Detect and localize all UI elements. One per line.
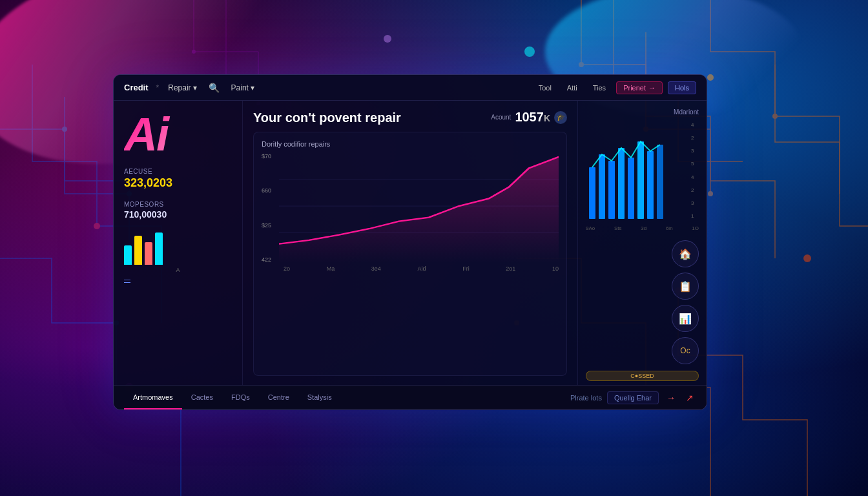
mini-bar-3 — [145, 242, 152, 265]
main-content: Ai Aecuse 323,0203 mopesors 710,00030 — [114, 101, 707, 385]
bottom-tab-bar: Artmomaves Cactes FDQs Centre Stalysis P… — [114, 385, 707, 409]
chart-title: Doritly codifior repairs — [262, 140, 559, 148]
navbar: Credit * Repair ▾ 🔍 Paint ▾ Tool Atti Ti… — [114, 75, 707, 101]
svg-rect-26 — [637, 141, 644, 219]
bar-chart-container: 4 2 3 5 4 2 3 1 — [586, 122, 699, 219]
home-action-button[interactable]: 🏠 — [672, 240, 699, 267]
y-axis: $70 660 $25 422 — [262, 153, 279, 263]
chart-action-button[interactable]: 📊 — [672, 305, 699, 332]
page-title: Your con't povent repair — [253, 110, 401, 125]
right-chart-label: Mdariont — [586, 108, 699, 116]
tab-artmomaves[interactable]: Artmomaves — [124, 386, 182, 409]
nav-prienet-button[interactable]: Prienet → — [616, 81, 663, 94]
right-y-axis: 4 2 3 5 4 2 3 1 — [691, 122, 699, 219]
stat1-label: Aecuse — [124, 168, 232, 175]
arrow1-icon[interactable]: → — [664, 393, 678, 403]
svg-rect-23 — [608, 161, 615, 219]
mini-bar-1 — [124, 245, 132, 265]
svg-rect-27 — [647, 151, 654, 219]
svg-point-13 — [384, 35, 391, 43]
nav-atti[interactable]: Atti — [562, 83, 583, 93]
right-x-axis: 9Ao Sts 3d 6in 1O — [586, 225, 699, 231]
view-all-link[interactable]: — — [124, 276, 232, 283]
account-label: Acount — [491, 114, 511, 121]
stat-group-1: Aecuse 323,0203 — [124, 168, 232, 191]
closed-status-badge: C●SSED — [586, 371, 699, 381]
mini-bar-chart — [124, 232, 232, 265]
stat2-value: 710,00030 — [124, 209, 232, 220]
plrate-lots-label: Plrate lots — [570, 394, 602, 402]
svg-rect-25 — [628, 158, 634, 219]
app-window: Credit * Repair ▾ 🔍 Paint ▾ Tool Atti Ti… — [113, 74, 707, 410]
svg-point-3 — [772, 114, 778, 119]
nav-ties[interactable]: Ties — [588, 83, 611, 93]
tab-cactes[interactable]: Cactes — [182, 386, 222, 409]
stat1-value: 323,0203 — [124, 176, 232, 191]
action-icons: 🏠 📋 📊 Oc — [586, 240, 699, 364]
arrow2-icon[interactable]: ↗ — [683, 393, 696, 403]
account-score: 1057K — [515, 110, 550, 125]
ai-logo: Ai — [124, 111, 232, 158]
svg-point-2 — [708, 191, 713, 196]
svg-rect-22 — [599, 154, 605, 219]
line-chart-container: Doritly codifior repairs $70 660 $25 422 — [253, 132, 567, 376]
right-panel: Mdariont 4 2 3 5 4 2 3 1 — [577, 101, 707, 385]
circle-action-button[interactable]: Oc — [672, 337, 699, 364]
svg-rect-21 — [589, 167, 595, 219]
nav-dropdown-repair[interactable]: Repair ▾ — [164, 82, 200, 94]
svg-rect-24 — [618, 148, 625, 219]
svg-rect-28 — [657, 145, 663, 219]
clipboard-action-button[interactable]: 📋 — [672, 273, 699, 300]
nav-tool[interactable]: Tool — [533, 83, 557, 93]
stat2-label: mopesors — [124, 201, 232, 208]
stat-group-2: mopesors 710,00030 — [124, 201, 232, 220]
svg-marker-20 — [279, 157, 559, 263]
svg-point-12 — [524, 46, 535, 57]
nav-brand: Credit — [124, 83, 149, 92]
account-icon[interactable]: 🎓 — [554, 111, 567, 124]
tab-right-section: Plrate lots Quellg Ehar → ↗ — [570, 391, 696, 404]
svg-point-15 — [803, 254, 811, 262]
svg-point-8 — [94, 223, 100, 229]
chart-x-label: A — [124, 267, 232, 273]
nav-dropdown-paint[interactable]: Paint ▾ — [227, 82, 258, 94]
x-axis: 2o Ma 3e4 Aid Fri 2o1 10 — [262, 265, 559, 272]
tab-centre[interactable]: Centre — [259, 386, 298, 409]
mini-chart-section: A — — [124, 227, 232, 283]
nav-help-button[interactable]: Hols — [668, 81, 696, 94]
mini-bar-2 — [134, 236, 142, 265]
tab-stalysis[interactable]: Stalysis — [298, 386, 341, 409]
account-info: Acount 1057K 🎓 — [491, 110, 567, 125]
tab-fdqs[interactable]: FDQs — [222, 386, 259, 409]
line-chart-svg — [279, 153, 559, 263]
nav-search-button[interactable]: 🔍 — [206, 80, 222, 96]
bar-chart-svg — [586, 122, 676, 219]
left-panel: Ai Aecuse 323,0203 mopesors 710,00030 — [114, 101, 243, 385]
export-button[interactable]: Quellg Ehar — [607, 391, 659, 404]
mini-bar-4 — [155, 232, 163, 265]
center-panel: Your con't povent repair Acount 1057K 🎓 … — [243, 101, 577, 385]
